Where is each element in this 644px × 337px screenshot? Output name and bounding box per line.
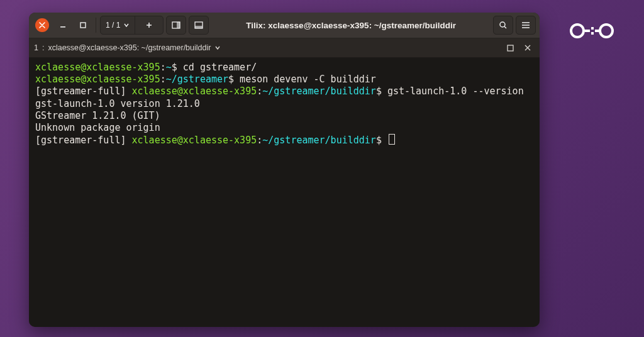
split-right-button[interactable] [166, 16, 186, 35]
titlebar: 1 / 1 Tilix: xclaesse@xclaesse-x395: ~/g… [29, 13, 540, 38]
svg-rect-6 [60, 26, 65, 28]
menu-button[interactable] [516, 16, 536, 35]
window-title: Tilix: xclaesse@xclaesse-x395: ~/gstream… [211, 21, 491, 30]
svg-point-0 [571, 25, 584, 37]
svg-rect-1 [585, 30, 590, 32]
close-button[interactable] [35, 18, 49, 32]
terminal-line: GStreamer 1.21.0 (GIT) [35, 110, 533, 122]
svg-rect-10 [195, 22, 203, 28]
session-counter-label: 1 / 1 [106, 21, 120, 30]
session-counter[interactable]: 1 / 1 [101, 16, 135, 34]
plus-icon [145, 21, 153, 29]
session-switcher: 1 / 1 [100, 16, 164, 35]
terminal-line: gst-launch-1.0 version 1.21.0 [35, 98, 533, 110]
terminal-line: xclaesse@xclaesse-x395:~/gstreamer$ meso… [35, 74, 533, 86]
tab-maximize-button[interactable] [503, 41, 517, 55]
terminal-line: Unknown package origin [35, 122, 533, 134]
svg-rect-8 [172, 22, 180, 28]
tab[interactable]: 1: xclaesse@xclaesse-x395: ~/gstreamer/b… [34, 43, 499, 52]
tab-maximize-icon [507, 45, 514, 52]
svg-rect-2 [591, 27, 594, 30]
tab-close-icon [525, 45, 531, 51]
minimize-button[interactable] [54, 16, 72, 34]
maximize-button[interactable] [74, 16, 92, 34]
terminal-line: xclaesse@xclaesse-x395:~$ cd gstreamer/ [35, 62, 533, 74]
cursor [389, 134, 395, 145]
terminal-line: [gstreamer-full] xclaesse@xclaesse-x395:… [35, 134, 533, 146]
tab-title-label: xclaesse@xclaesse-x395: ~/gstreamer/buil… [48, 43, 211, 52]
tab-close-button[interactable] [521, 41, 535, 55]
svg-rect-7 [80, 23, 86, 28]
svg-point-5 [600, 25, 613, 37]
svg-rect-3 [591, 32, 594, 35]
search-icon [499, 21, 508, 30]
svg-rect-4 [595, 30, 600, 32]
svg-point-12 [500, 22, 505, 27]
svg-rect-9 [177, 22, 180, 28]
terminal-output[interactable]: xclaesse@xclaesse-x395:~$ cd gstreamer/x… [29, 58, 540, 327]
search-button[interactable] [493, 16, 513, 35]
separator [96, 18, 96, 33]
chevron-down-icon [214, 45, 221, 51]
split-down-icon [194, 21, 203, 29]
split-right-icon [172, 21, 180, 29]
terminal-line: [gstreamer-full] xclaesse@xclaesse-x395:… [35, 86, 533, 97]
tab-index: 1 [34, 43, 38, 52]
new-session-button[interactable] [135, 16, 163, 34]
svg-rect-11 [195, 26, 203, 28]
brand-logo [569, 21, 614, 40]
svg-rect-13 [508, 45, 513, 51]
hamburger-icon [521, 21, 530, 29]
tab-strip: 1: xclaesse@xclaesse-x395: ~/gstreamer/b… [29, 38, 540, 58]
tilix-window: 1 / 1 Tilix: xclaesse@xclaesse-x395: ~/g… [29, 13, 540, 327]
split-down-button[interactable] [189, 16, 209, 35]
